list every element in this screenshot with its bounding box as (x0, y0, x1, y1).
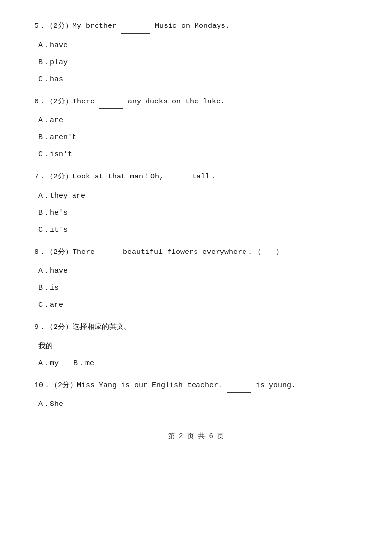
q9-chinese-label: 我的 (38, 342, 53, 351)
q6-option-a: A．are (34, 114, 358, 127)
q8-option-c-label: C．are (38, 301, 63, 309)
q10-option-a: A．She (34, 398, 358, 411)
q8-points: （2分） (46, 248, 73, 256)
q10-points: （2分） (50, 381, 77, 390)
q9-option-a-label: A．my B．me (38, 359, 94, 368)
question-5: 5．（2分）My brother Music on Mondays. A．hav… (34, 20, 358, 86)
q7-blank (168, 177, 188, 184)
question-10-text: 10．（2分）Miss Yang is our English teacher.… (34, 379, 358, 393)
q5-blank (121, 26, 150, 34)
q6-after: any ducks on the lake. (123, 98, 225, 106)
question-5-text: 5．（2分）My brother Music on Mondays. (34, 20, 358, 34)
q10-after: is young. (251, 381, 295, 390)
q10-number: 10． (34, 381, 50, 390)
q7-before: Look at that man！Oh, (73, 173, 168, 181)
q8-option-b: B．is (34, 281, 358, 295)
q5-points: （2分） (46, 22, 73, 30)
q5-option-c: C．has (34, 73, 358, 86)
q7-option-c: C．it's (34, 224, 358, 237)
q8-option-c: C．are (34, 299, 358, 312)
q5-option-a-label: A．have (38, 41, 68, 50)
question-9: 9．（2分）选择相应的英文。 我的 A．my B．me (34, 321, 358, 370)
q6-option-b: B．aren't (34, 131, 358, 144)
footer-text: 第 2 页 共 6 页 (168, 432, 224, 440)
q7-option-c-label: C．it's (38, 226, 68, 234)
q8-blank (99, 252, 119, 259)
q7-after: tall． (188, 173, 217, 181)
q10-option-a-label: A．She (38, 400, 63, 408)
q5-before: My brother (73, 22, 121, 30)
q5-option-c-label: C．has (38, 76, 63, 84)
q7-option-b: B．he's (34, 206, 358, 220)
question-7-text: 7．（2分）Look at that man！Oh, tall． (34, 170, 358, 184)
q6-option-b-label: B．aren't (38, 133, 76, 142)
q10-blank (227, 385, 251, 393)
q8-option-b-label: B．is (38, 284, 59, 292)
q6-before: There (73, 98, 99, 106)
q9-chinese-word: 我的 (34, 340, 358, 353)
q10-before: Miss Yang is our English teacher. (77, 381, 227, 390)
q6-points: （2分） (46, 98, 73, 106)
question-7: 7．（2分）Look at that man！Oh, tall． A．they … (34, 170, 358, 237)
q8-option-a-label: A．have (38, 267, 68, 275)
q6-option-c-label: C．isn't (38, 151, 72, 159)
q6-option-c: C．isn't (34, 148, 358, 161)
q5-option-b: B．play (34, 56, 358, 69)
q9-points: （2分） (46, 323, 73, 331)
q7-points: （2分） (46, 173, 73, 181)
q7-option-b-label: B．he's (38, 209, 68, 217)
q8-before: There (73, 248, 99, 256)
q5-option-a: A．have (34, 39, 358, 52)
q6-option-a-label: A．are (38, 116, 63, 125)
question-6-text: 6．（2分）There any ducks on the lake. (34, 95, 358, 109)
q7-option-a-label: A．they are (38, 192, 85, 200)
q5-number: 5． (34, 22, 46, 30)
q6-blank (99, 101, 123, 109)
q8-after: beautiful flowers everywhere．（ ） (119, 248, 283, 256)
question-8: 8．（2分）There beautiful flowers everywhere… (34, 246, 358, 312)
question-10: 10．（2分）Miss Yang is our English teacher.… (34, 379, 358, 411)
q5-after: Music on Mondays. (150, 22, 230, 30)
q9-options-inline: A．my B．me (34, 357, 358, 370)
question-6: 6．（2分）There any ducks on the lake. A．are… (34, 95, 358, 162)
q9-instruction: 选择相应的英文。 (73, 323, 131, 331)
q7-number: 7． (34, 173, 46, 181)
page-footer: 第 2 页 共 6 页 (34, 430, 358, 443)
q7-option-a: A．they are (34, 189, 358, 202)
q8-number: 8． (34, 248, 46, 256)
question-8-text: 8．（2分）There beautiful flowers everywhere… (34, 246, 358, 260)
question-9-text: 9．（2分）选择相应的英文。 (34, 321, 358, 335)
q6-number: 6． (34, 98, 46, 106)
q5-option-b-label: B．play (38, 58, 68, 67)
q8-option-a: A．have (34, 264, 358, 278)
q9-number: 9． (34, 323, 46, 331)
